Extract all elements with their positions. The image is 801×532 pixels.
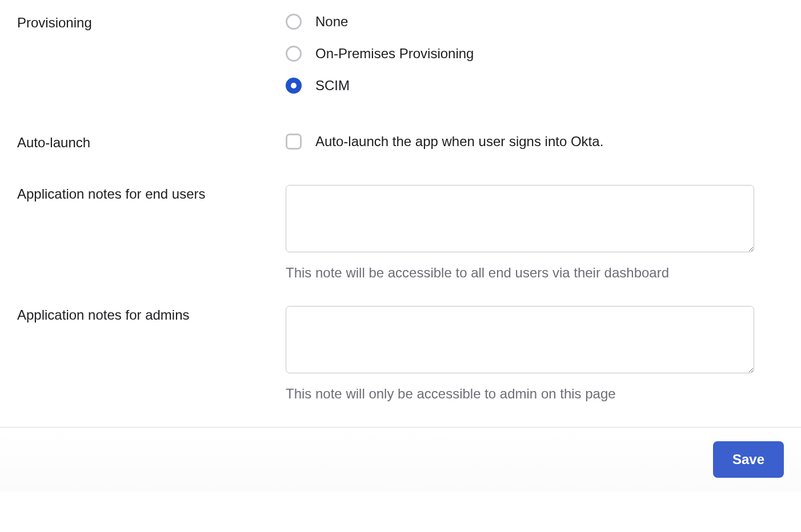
notes-endusers-label-col: Application notes for end users — [17, 185, 286, 202]
provisioning-radio-scim[interactable]: SCIM — [286, 78, 784, 94]
settings-form: Provisioning None On-Premises Provisioni… — [0, 0, 801, 402]
autolaunch-label-col: Auto-launch — [17, 134, 286, 151]
autolaunch-checkbox-label: Auto-launch the app when user signs into… — [315, 134, 603, 150]
radio-selected-icon — [286, 78, 302, 94]
notes-admins-helper: This note will only be accessible to adm… — [286, 386, 784, 402]
checkbox-icon — [286, 134, 302, 150]
notes-endusers-textarea[interactable] — [286, 185, 754, 252]
radio-label: On-Premises Provisioning — [315, 46, 474, 62]
radio-label: SCIM — [315, 78, 350, 94]
autolaunch-label: Auto-launch — [17, 135, 90, 150]
notes-endusers-helper: This note will be accessible to all end … — [286, 265, 784, 281]
notes-endusers-row: Application notes for end users This not… — [17, 185, 784, 281]
provisioning-radio-none[interactable]: None — [286, 14, 784, 30]
notes-admins-label: Application notes for admins — [17, 307, 190, 323]
notes-admins-control: This note will only be accessible to adm… — [286, 306, 784, 402]
footer-bar: Save — [0, 428, 801, 491]
autolaunch-row: Auto-launch Auto-launch the app when use… — [17, 134, 784, 151]
provisioning-control: None On-Premises Provisioning SCIM — [286, 14, 784, 94]
provisioning-radio-group: None On-Premises Provisioning SCIM — [286, 14, 784, 94]
notes-admins-label-col: Application notes for admins — [17, 306, 286, 323]
save-button[interactable]: Save — [713, 441, 784, 478]
autolaunch-control: Auto-launch the app when user signs into… — [286, 134, 784, 150]
notes-endusers-label: Application notes for end users — [17, 186, 206, 201]
provisioning-label: Provisioning — [17, 15, 92, 30]
autolaunch-checkbox[interactable]: Auto-launch the app when user signs into… — [286, 134, 784, 150]
provisioning-radio-onprem[interactable]: On-Premises Provisioning — [286, 46, 784, 62]
provisioning-row: Provisioning None On-Premises Provisioni… — [17, 14, 784, 94]
notes-admins-textarea[interactable] — [286, 306, 754, 373]
notes-admins-row: Application notes for admins This note w… — [17, 306, 784, 402]
radio-icon — [286, 46, 302, 62]
notes-endusers-control: This note will be accessible to all end … — [286, 185, 784, 281]
provisioning-label-col: Provisioning — [17, 14, 286, 31]
radio-label: None — [315, 14, 348, 30]
radio-icon — [286, 14, 302, 30]
radio-dot-icon — [291, 83, 297, 88]
